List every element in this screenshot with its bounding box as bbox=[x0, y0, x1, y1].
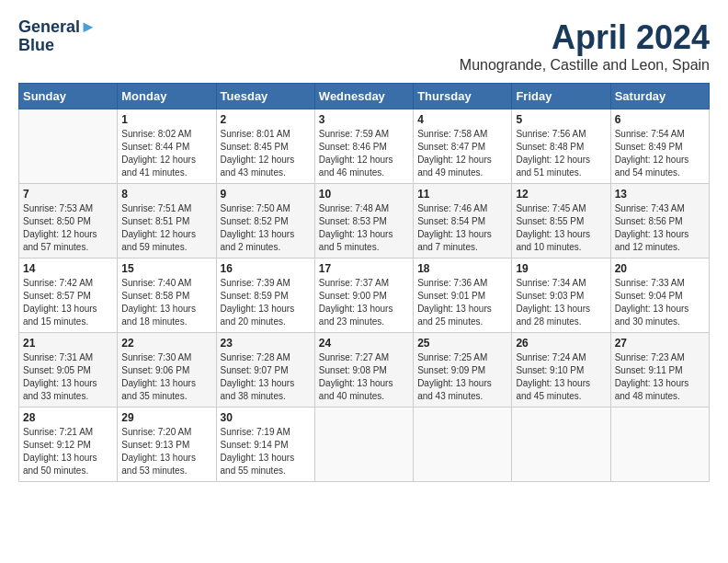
day-info: Sunrise: 7:36 AMSunset: 9:01 PMDaylight:… bbox=[417, 277, 507, 328]
calendar-week-row: 7Sunrise: 7:53 AMSunset: 8:50 PMDaylight… bbox=[19, 184, 710, 259]
day-number: 17 bbox=[319, 262, 409, 275]
header-day: Tuesday bbox=[216, 84, 314, 109]
page-header: General►Blue April 2024 Munogrande, Cast… bbox=[18, 18, 710, 74]
month-title: April 2024 bbox=[460, 18, 710, 57]
day-number: 19 bbox=[516, 262, 606, 275]
day-number: 5 bbox=[516, 113, 606, 126]
day-info: Sunrise: 7:51 AMSunset: 8:51 PMDaylight:… bbox=[121, 202, 211, 254]
calendar-cell: 17Sunrise: 7:37 AMSunset: 9:00 PMDayligh… bbox=[314, 259, 413, 333]
calendar-body: 1Sunrise: 8:02 AMSunset: 8:44 PMDaylight… bbox=[19, 109, 710, 482]
calendar-cell: 14Sunrise: 7:42 AMSunset: 8:57 PMDayligh… bbox=[19, 259, 118, 333]
day-info: Sunrise: 7:21 AMSunset: 9:12 PMDaylight:… bbox=[23, 426, 113, 477]
header-day: Saturday bbox=[610, 84, 709, 109]
day-info: Sunrise: 7:43 AMSunset: 8:56 PMDaylight:… bbox=[615, 202, 705, 254]
day-number: 29 bbox=[121, 411, 211, 424]
day-info: Sunrise: 7:20 AMSunset: 9:13 PMDaylight:… bbox=[121, 426, 211, 477]
calendar-cell: 26Sunrise: 7:24 AMSunset: 9:10 PMDayligh… bbox=[512, 333, 610, 408]
calendar-cell bbox=[414, 408, 512, 482]
logo: General►Blue bbox=[18, 18, 97, 55]
day-info: Sunrise: 7:40 AMSunset: 8:58 PMDaylight:… bbox=[121, 277, 211, 328]
day-info: Sunrise: 7:39 AMSunset: 8:59 PMDaylight:… bbox=[221, 277, 311, 328]
calendar-cell: 18Sunrise: 7:36 AMSunset: 9:01 PMDayligh… bbox=[414, 259, 512, 333]
calendar-cell: 21Sunrise: 7:31 AMSunset: 9:05 PMDayligh… bbox=[19, 333, 118, 408]
day-info: Sunrise: 7:45 AMSunset: 8:55 PMDaylight:… bbox=[516, 202, 606, 254]
day-number: 13 bbox=[615, 188, 705, 201]
calendar-week-row: 1Sunrise: 8:02 AMSunset: 8:44 PMDaylight… bbox=[19, 109, 710, 184]
day-info: Sunrise: 7:53 AMSunset: 8:50 PMDaylight:… bbox=[23, 202, 113, 254]
day-info: Sunrise: 7:33 AMSunset: 9:04 PMDaylight:… bbox=[615, 277, 705, 328]
logo-text: General►Blue bbox=[18, 18, 97, 55]
calendar-cell: 3Sunrise: 7:59 AMSunset: 8:46 PMDaylight… bbox=[314, 109, 413, 184]
calendar-cell: 1Sunrise: 8:02 AMSunset: 8:44 PMDaylight… bbox=[118, 109, 216, 184]
calendar-cell bbox=[512, 408, 610, 482]
day-info: Sunrise: 7:24 AMSunset: 9:10 PMDaylight:… bbox=[516, 351, 606, 403]
calendar-cell: 20Sunrise: 7:33 AMSunset: 9:04 PMDayligh… bbox=[610, 259, 709, 333]
calendar-cell: 12Sunrise: 7:45 AMSunset: 8:55 PMDayligh… bbox=[512, 184, 610, 259]
calendar-cell: 16Sunrise: 7:39 AMSunset: 8:59 PMDayligh… bbox=[216, 259, 314, 333]
calendar-week-row: 14Sunrise: 7:42 AMSunset: 8:57 PMDayligh… bbox=[19, 259, 710, 333]
day-number: 2 bbox=[221, 113, 311, 126]
day-info: Sunrise: 7:31 AMSunset: 9:05 PMDaylight:… bbox=[23, 351, 113, 403]
calendar-week-row: 21Sunrise: 7:31 AMSunset: 9:05 PMDayligh… bbox=[19, 333, 710, 408]
day-number: 26 bbox=[516, 337, 606, 350]
day-info: Sunrise: 7:48 AMSunset: 8:53 PMDaylight:… bbox=[319, 202, 409, 254]
calendar-cell: 28Sunrise: 7:21 AMSunset: 9:12 PMDayligh… bbox=[19, 408, 118, 482]
calendar-cell: 11Sunrise: 7:46 AMSunset: 8:54 PMDayligh… bbox=[414, 184, 512, 259]
calendar-cell: 27Sunrise: 7:23 AMSunset: 9:11 PMDayligh… bbox=[610, 333, 709, 408]
day-info: Sunrise: 7:59 AMSunset: 8:46 PMDaylight:… bbox=[319, 128, 409, 179]
day-info: Sunrise: 7:37 AMSunset: 9:00 PMDaylight:… bbox=[319, 277, 409, 328]
calendar-cell bbox=[610, 408, 709, 482]
day-number: 7 bbox=[23, 188, 113, 201]
calendar-cell: 22Sunrise: 7:30 AMSunset: 9:06 PMDayligh… bbox=[118, 333, 216, 408]
calendar-cell bbox=[19, 109, 118, 184]
day-number: 10 bbox=[319, 188, 409, 201]
day-number: 4 bbox=[417, 113, 507, 126]
calendar-cell: 25Sunrise: 7:25 AMSunset: 9:09 PMDayligh… bbox=[414, 333, 512, 408]
day-number: 12 bbox=[516, 188, 606, 201]
day-info: Sunrise: 7:54 AMSunset: 8:49 PMDaylight:… bbox=[615, 128, 705, 179]
header-day: Monday bbox=[118, 84, 216, 109]
day-number: 27 bbox=[615, 337, 705, 350]
day-number: 22 bbox=[121, 337, 211, 350]
day-number: 15 bbox=[121, 262, 211, 275]
calendar-cell bbox=[314, 408, 413, 482]
day-info: Sunrise: 7:42 AMSunset: 8:57 PMDaylight:… bbox=[23, 277, 113, 328]
calendar-header-row: SundayMondayTuesdayWednesdayThursdayFrid… bbox=[19, 84, 710, 109]
calendar-cell: 7Sunrise: 7:53 AMSunset: 8:50 PMDaylight… bbox=[19, 184, 118, 259]
day-info: Sunrise: 7:56 AMSunset: 8:48 PMDaylight:… bbox=[516, 128, 606, 179]
day-number: 21 bbox=[23, 337, 113, 350]
calendar-week-row: 28Sunrise: 7:21 AMSunset: 9:12 PMDayligh… bbox=[19, 408, 710, 482]
calendar-cell: 30Sunrise: 7:19 AMSunset: 9:14 PMDayligh… bbox=[216, 408, 314, 482]
calendar-cell: 13Sunrise: 7:43 AMSunset: 8:56 PMDayligh… bbox=[610, 184, 709, 259]
day-info: Sunrise: 7:25 AMSunset: 9:09 PMDaylight:… bbox=[417, 351, 507, 403]
title-block: April 2024 Munogrande, Castille and Leon… bbox=[460, 18, 710, 74]
calendar-cell: 23Sunrise: 7:28 AMSunset: 9:07 PMDayligh… bbox=[216, 333, 314, 408]
header-day: Wednesday bbox=[314, 84, 413, 109]
day-number: 11 bbox=[417, 188, 507, 201]
day-number: 14 bbox=[23, 262, 113, 275]
header-day: Thursday bbox=[414, 84, 512, 109]
calendar-cell: 29Sunrise: 7:20 AMSunset: 9:13 PMDayligh… bbox=[118, 408, 216, 482]
calendar-cell: 2Sunrise: 8:01 AMSunset: 8:45 PMDaylight… bbox=[216, 109, 314, 184]
location-title: Munogrande, Castille and Leon, Spain bbox=[460, 57, 710, 74]
calendar-cell: 10Sunrise: 7:48 AMSunset: 8:53 PMDayligh… bbox=[314, 184, 413, 259]
day-info: Sunrise: 7:27 AMSunset: 9:08 PMDaylight:… bbox=[319, 351, 409, 403]
day-info: Sunrise: 7:19 AMSunset: 9:14 PMDaylight:… bbox=[221, 426, 311, 477]
day-info: Sunrise: 7:50 AMSunset: 8:52 PMDaylight:… bbox=[221, 202, 311, 254]
day-number: 9 bbox=[221, 188, 311, 201]
day-number: 16 bbox=[221, 262, 311, 275]
calendar-cell: 6Sunrise: 7:54 AMSunset: 8:49 PMDaylight… bbox=[610, 109, 709, 184]
calendar-cell: 19Sunrise: 7:34 AMSunset: 9:03 PMDayligh… bbox=[512, 259, 610, 333]
day-number: 3 bbox=[319, 113, 409, 126]
day-info: Sunrise: 7:30 AMSunset: 9:06 PMDaylight:… bbox=[121, 351, 211, 403]
day-info: Sunrise: 8:02 AMSunset: 8:44 PMDaylight:… bbox=[121, 128, 211, 179]
calendar-cell: 24Sunrise: 7:27 AMSunset: 9:08 PMDayligh… bbox=[314, 333, 413, 408]
calendar-cell: 4Sunrise: 7:58 AMSunset: 8:47 PMDaylight… bbox=[414, 109, 512, 184]
day-info: Sunrise: 7:34 AMSunset: 9:03 PMDaylight:… bbox=[516, 277, 606, 328]
day-number: 6 bbox=[615, 113, 705, 126]
calendar-cell: 5Sunrise: 7:56 AMSunset: 8:48 PMDaylight… bbox=[512, 109, 610, 184]
day-number: 25 bbox=[417, 337, 507, 350]
day-number: 24 bbox=[319, 337, 409, 350]
day-info: Sunrise: 7:58 AMSunset: 8:47 PMDaylight:… bbox=[417, 128, 507, 179]
day-info: Sunrise: 7:23 AMSunset: 9:11 PMDaylight:… bbox=[615, 351, 705, 403]
